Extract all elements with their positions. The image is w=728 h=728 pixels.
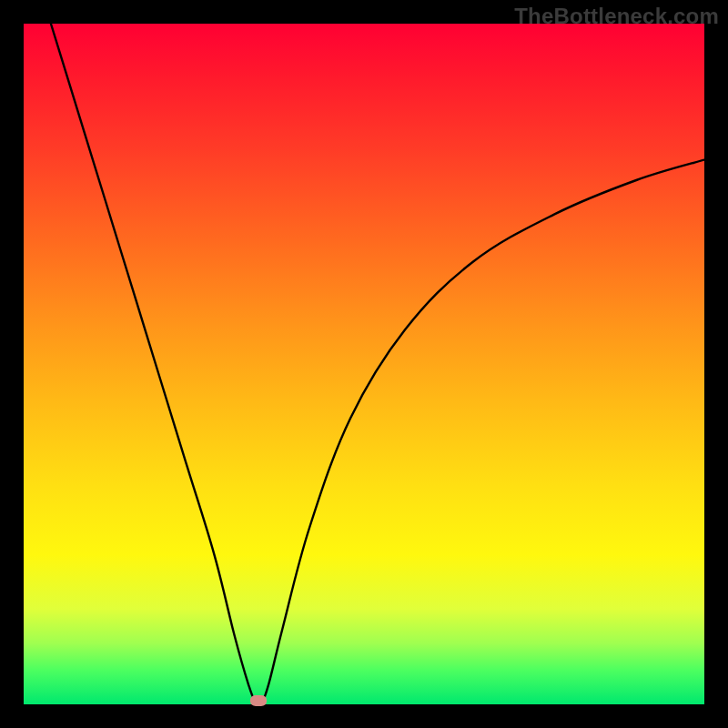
bottleneck-curve <box>24 24 704 704</box>
chart-frame: TheBottleneck.com <box>0 0 728 728</box>
plot-area <box>24 24 704 704</box>
curve-minimum-marker <box>250 695 267 706</box>
